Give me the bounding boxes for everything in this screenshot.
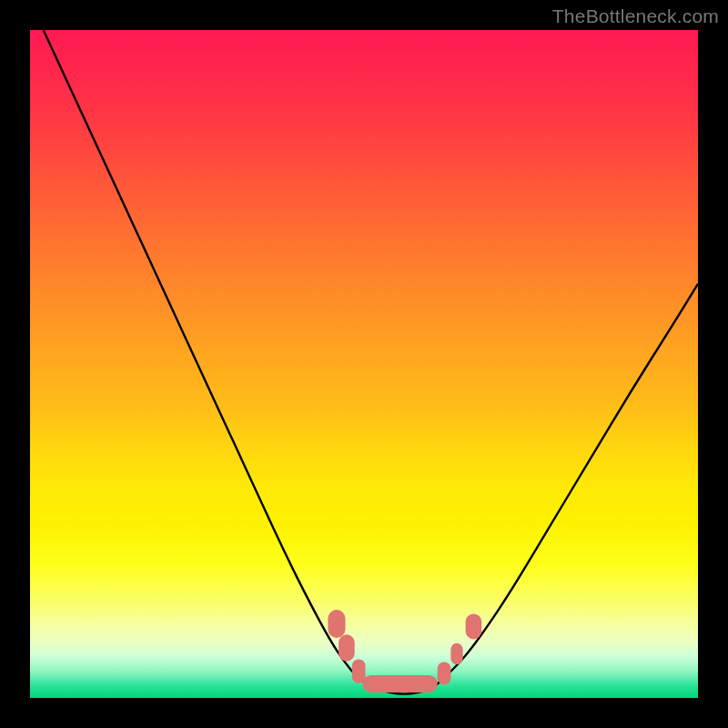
- chart-frame: TheBottleneck.com: [0, 0, 728, 728]
- curve-marker: [328, 610, 345, 638]
- curve-marker: [339, 634, 355, 661]
- curve-marker: [466, 614, 482, 640]
- curve-marker: [352, 659, 366, 682]
- bottleneck-curve-layer: [30, 30, 698, 698]
- watermark-label: TheBottleneck.com: [552, 5, 719, 27]
- curve-marker: [363, 675, 438, 693]
- curve-marker: [450, 643, 462, 665]
- curve-markers: [328, 610, 481, 693]
- bottleneck-curve: [44, 30, 698, 694]
- curve-path-group: [44, 30, 698, 694]
- plot-area: [30, 30, 698, 698]
- curve-marker: [438, 662, 451, 684]
